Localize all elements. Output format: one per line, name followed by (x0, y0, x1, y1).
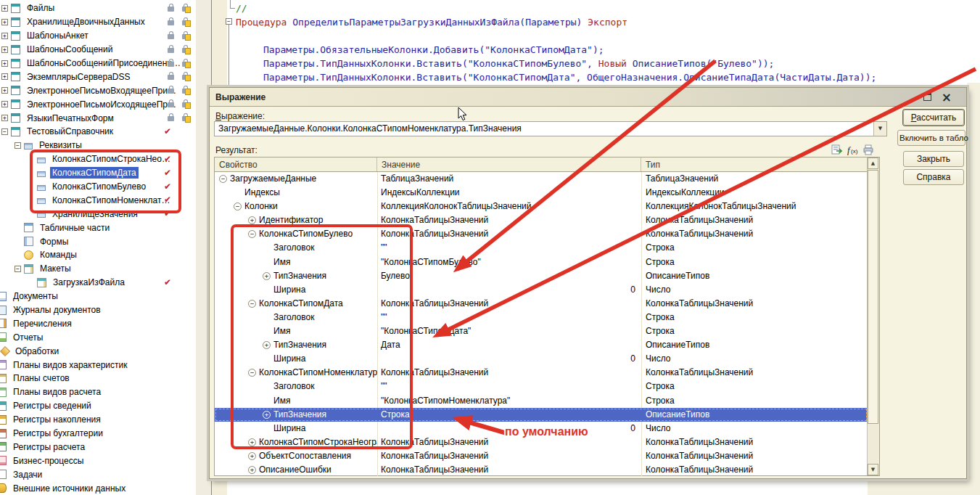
modified-check-icon: ✔ (164, 168, 171, 178)
expand-icon[interactable]: + (1, 115, 8, 121)
tree-item[interactable]: +ЯзыкиПечатныхФорм (0, 111, 196, 125)
expand-icon[interactable]: + (1, 101, 8, 107)
expand-icon[interactable]: + (1, 87, 8, 94)
tree-item[interactable]: Регистры расчета (0, 441, 196, 454)
tree-item[interactable]: Планы счетов (0, 372, 196, 385)
output-icon[interactable] (831, 144, 842, 155)
tree-item-selected[interactable]: КолонкаСТипомДата✔ (0, 166, 196, 180)
vertical-scrollbar[interactable]: ▲ ▼ (867, 158, 879, 475)
charts-of-accounts-icon (0, 374, 7, 383)
column-header-type[interactable]: Тип (641, 158, 879, 171)
result-row[interactable]: +ТипЗначенияБулевоОписаниеТипов (215, 269, 868, 283)
include-in-board-button[interactable]: Включить в табло (897, 130, 965, 146)
tree-item[interactable]: −Макеты (0, 262, 196, 276)
tree-item[interactable]: КолонкаСТипомСтрокаНео…✔ (0, 152, 196, 166)
calculate-button[interactable]: Рассчитать (903, 110, 964, 126)
collapse-icon[interactable]: − (15, 142, 21, 149)
result-row[interactable]: +КолонкаСТипомСтрокаНеограниченнаяКолонк… (215, 435, 868, 449)
tree-item[interactable]: Задачи (0, 467, 196, 481)
tree-item[interactable]: Регистры сведений (0, 399, 196, 413)
enumerations-icon (0, 319, 7, 328)
tree-item[interactable]: Документы (0, 290, 196, 303)
tree-item[interactable]: Бизнес-процессы (0, 454, 196, 467)
tree-item[interactable]: +ЭкземплярыСервераDSS (0, 70, 196, 83)
formula-icon[interactable]: f(x) (847, 144, 858, 155)
tree-item[interactable]: Команды (0, 248, 196, 262)
result-row[interactable]: +ОбъектСопоставленияКолонкаТаблицыЗначен… (215, 449, 868, 463)
result-row[interactable]: −КолонкаСТипомНоменклатураКолонкаТаблицы… (215, 366, 868, 380)
result-row[interactable]: Имя"КолонкаСТипомНоменклатура"Строка (215, 394, 868, 408)
result-row[interactable]: −КолонкаСТипомДатаКолонкаТаблицыЗначений… (215, 297, 868, 311)
result-row[interactable]: −КолонкаСТипомБулевоКолонкаТаблицыЗначен… (215, 227, 868, 241)
code-line[interactable]: Параметры.ОбязательныеКолонки.Добавить("… (236, 43, 604, 57)
tree-item[interactable]: Перечисления (0, 316, 196, 330)
code-line-procedure[interactable]: Процедура ОпределитьПараметрыЗагрузкиДан… (236, 15, 627, 29)
tree-item[interactable]: Формы (0, 234, 196, 248)
fold-tick (230, 8, 235, 9)
print-icon[interactable] (862, 144, 874, 155)
expand-icon[interactable]: + (1, 60, 8, 67)
lock-icon (168, 116, 174, 121)
tree-item[interactable]: +ЭлектронноеПисьмоВходящееПри… (0, 83, 196, 97)
dropdown-button[interactable]: ▼ (873, 122, 886, 136)
tree-item[interactable]: КолонкаСТипомБулево✔ (0, 180, 196, 194)
column-header-value[interactable]: Значение (377, 158, 641, 171)
result-row[interactable]: Заголовок""Строка (215, 241, 868, 255)
tree-item[interactable]: Регистры бухгалтерии (0, 427, 196, 441)
expand-icon[interactable]: + (1, 19, 8, 25)
close-icon[interactable]: × (942, 89, 952, 106)
expand-icon[interactable]: + (1, 33, 8, 39)
tree-item[interactable]: +ЭлектронноеПисьмоИсходящееПр… (0, 97, 196, 111)
collapse-icon[interactable]: − (1, 128, 8, 135)
tree-item[interactable]: ЗагрузкаИзФайла✔ (0, 276, 196, 290)
result-row[interactable]: Имя"КолонкаСТипомДата"Строка (215, 324, 868, 338)
tree-item[interactable]: Планы видов характеристик (0, 358, 196, 372)
result-row[interactable]: −КолонкиКоллекцияКолонокТаблицыЗначенийК… (215, 200, 868, 213)
expand-icon[interactable]: + (1, 46, 8, 53)
dialog-titlebar[interactable]: Выражение × (210, 88, 966, 107)
result-row[interactable]: Ширина0Число (215, 422, 868, 435)
tree-item[interactable]: Внешние источники данных (0, 481, 196, 495)
result-row[interactable]: −ЗагружаемыеДанныеТаблицаЗначенийТаблица… (215, 172, 868, 186)
result-row[interactable]: Ширина0Число (215, 352, 868, 366)
tree-item[interactable]: Обработки (0, 344, 196, 358)
result-row[interactable]: Имя"КолонкаСТипомБулево"Строка (215, 255, 868, 269)
tree-item[interactable]: −Реквизиты (0, 139, 196, 152)
result-row[interactable]: +ИдентификаторКолонкаТаблицыЗначенийКоло… (215, 213, 868, 227)
tree-item[interactable]: −ТестовыйСправочник✔ (0, 125, 196, 139)
expression-input[interactable]: ЗагружаемыеДанные.Колонки.КолонкаСТипомН… (214, 121, 887, 136)
tree-item[interactable]: КолонкаСТипомНоменклат…✔ (0, 193, 196, 207)
code-line-comment[interactable]: // (236, 1, 247, 15)
result-row[interactable]: +ТипЗначенияДатаОписаниеТипов (215, 338, 868, 352)
tree-item[interactable]: +ШаблоныСообщений (0, 43, 196, 57)
tree-item[interactable]: +ШаблоныАнкет (0, 29, 196, 43)
maximize-icon[interactable] (923, 93, 931, 101)
tree-item[interactable]: Журналы документов (0, 303, 196, 317)
result-row[interactable]: +ОписаниеОшибкиКолонкаТаблицыЗначенийКол… (215, 463, 868, 476)
close-button[interactable]: Закрыть (903, 151, 964, 167)
column-header-property[interactable]: Свойство (215, 158, 377, 171)
scroll-up-icon[interactable]: ▲ (868, 158, 878, 169)
scrollbar-thumb[interactable] (868, 170, 878, 424)
result-row[interactable]: ИндексыИндексыКоллекцииИндексыКоллекции (215, 186, 868, 200)
scroll-down-icon[interactable]: ▼ (868, 464, 878, 475)
code-line[interactable]: Параметры.ТипДанныхКолонки.Вставить("Кол… (236, 57, 774, 70)
tree-item[interactable]: Планы видов расчета (0, 385, 196, 399)
result-row[interactable]: Заголовок""Строка (215, 380, 868, 393)
expand-icon[interactable]: + (1, 73, 8, 80)
result-row[interactable]: Заголовок""Строка (215, 311, 868, 324)
tree-item[interactable]: +Файлы (0, 1, 196, 15)
collapse-icon[interactable]: − (15, 266, 21, 272)
tree-item[interactable]: Табличные части (0, 221, 196, 234)
collapse-block-icon[interactable]: − (226, 18, 232, 25)
tree-item[interactable]: +ХранилищеДвоичныхДанных (0, 15, 196, 29)
result-row[interactable]: Ширина0Число (215, 283, 868, 297)
tree-item[interactable]: ХранилищеЗначения✔ (0, 207, 196, 221)
tree-item[interactable]: Регистры накопления (0, 413, 196, 427)
tree-item[interactable]: Отчеты (0, 330, 196, 344)
expand-icon[interactable]: + (1, 5, 8, 12)
code-line[interactable]: Параметры.ТипДанныхКолонки.Вставить("Кол… (236, 70, 876, 84)
tree-item[interactable]: +ШаблоныСообщенийПрисоединенн… (0, 57, 196, 70)
result-row-selected[interactable]: +ТипЗначенияСтрокаОписаниеТипов (215, 408, 868, 422)
help-button[interactable]: Справка (903, 169, 964, 185)
